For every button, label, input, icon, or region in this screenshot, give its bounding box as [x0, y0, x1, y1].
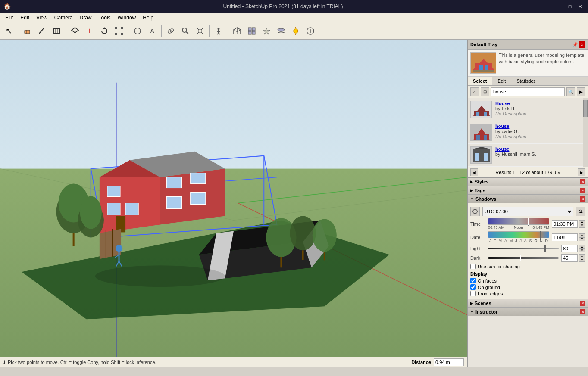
- shadows-close-button[interactable]: ✕: [580, 196, 585, 202]
- tab-statistics[interactable]: Statistics: [511, 77, 541, 85]
- instructor-section: ▼ Instructor ✕: [468, 308, 588, 316]
- svg-rect-4: [53, 29, 59, 33]
- tool-walkthrough[interactable]: [212, 24, 225, 38]
- tool-tape[interactable]: [131, 24, 144, 38]
- tool-layers[interactable]: [274, 24, 288, 38]
- distance-label: Distance: [411, 360, 431, 365]
- use-sun-checkbox[interactable]: [470, 264, 476, 269]
- light-slider-container: [488, 245, 559, 252]
- dark-down-button[interactable]: ▼: [579, 258, 585, 262]
- instructor-close-button[interactable]: ✕: [580, 309, 585, 314]
- shadows-header[interactable]: ▼ Shadows ✕: [468, 195, 588, 203]
- tags-section: ▶ Tags ✕: [468, 186, 588, 195]
- time-down-button[interactable]: ▼: [579, 224, 585, 228]
- prev-button[interactable]: ◀: [470, 168, 478, 176]
- svg-rect-119: [484, 153, 488, 161]
- 3d-viewport[interactable]: ℹ Pick two points to move. Ctrl = toggle…: [0, 40, 467, 367]
- date-slider[interactable]: [488, 231, 549, 238]
- tool-styles[interactable]: [260, 24, 273, 38]
- tool-entity-info[interactable]: i: [303, 24, 317, 38]
- styles-close-button[interactable]: ✕: [580, 179, 585, 184]
- item-desc-2: No Description: [495, 134, 526, 139]
- maximize-button[interactable]: □: [566, 2, 574, 11]
- tool-text[interactable]: A: [145, 24, 159, 38]
- list-item[interactable]: House by Eskil L. No Description: [468, 98, 583, 121]
- search-input[interactable]: [491, 87, 565, 96]
- date-input[interactable]: [552, 233, 578, 241]
- menu-tools[interactable]: Tools: [95, 14, 114, 22]
- menu-file[interactable]: File: [2, 14, 17, 22]
- item-name-2: house: [495, 124, 526, 129]
- from-edges-checkbox[interactable]: [470, 291, 476, 296]
- close-button[interactable]: ✕: [576, 2, 585, 11]
- tool-pencil[interactable]: [35, 24, 49, 38]
- tool-eraser[interactable]: [20, 24, 34, 38]
- list-scrollbar[interactable]: [583, 98, 588, 167]
- tool-zoomextents[interactable]: [193, 24, 207, 38]
- use-sun-row: Use sun for shading: [470, 264, 585, 269]
- category-icon-button[interactable]: ⊞: [481, 87, 489, 96]
- menu-camera[interactable]: Camera: [51, 14, 76, 22]
- tool-pushpull[interactable]: [68, 24, 82, 38]
- tool-select[interactable]: ↖: [2, 24, 16, 38]
- menu-draw[interactable]: Draw: [76, 14, 95, 22]
- tab-select[interactable]: Select: [468, 77, 492, 85]
- app-icon: 🏠: [3, 3, 11, 10]
- tool-rotate[interactable]: [97, 24, 111, 38]
- tool-zoom[interactable]: [178, 24, 192, 38]
- menu-edit[interactable]: Edit: [17, 14, 33, 22]
- scenes-header[interactable]: ▶ Scenes ✕: [468, 299, 588, 308]
- light-up-button[interactable]: ▲: [579, 245, 585, 249]
- tool-scale[interactable]: [112, 24, 126, 38]
- time-slider[interactable]: [488, 218, 549, 225]
- details-button[interactable]: ▶: [577, 87, 585, 96]
- pin-button[interactable]: 📌: [572, 41, 578, 48]
- next-button[interactable]: ▶: [578, 168, 585, 176]
- list-item[interactable]: house by callie G. No Description: [468, 121, 583, 144]
- tool-components[interactable]: [245, 24, 259, 38]
- light-down-button[interactable]: ▼: [579, 249, 585, 252]
- instructor-header[interactable]: ▼ Instructor ✕: [468, 308, 588, 316]
- tab-edit[interactable]: Edit: [492, 77, 511, 85]
- date-down-button[interactable]: ▼: [579, 237, 585, 241]
- status-message: Pick two points to move. Ctrl = toggle C…: [8, 360, 156, 365]
- tray-title: Default Tray: [470, 42, 497, 47]
- styles-header[interactable]: ▶ Styles ✕: [468, 178, 588, 186]
- light-slider[interactable]: [488, 248, 559, 249]
- menu-window[interactable]: Window: [114, 14, 140, 22]
- tags-header[interactable]: ▶ Tags ✕: [468, 186, 588, 195]
- tool-section[interactable]: [230, 24, 244, 38]
- svg-rect-5: [56, 29, 57, 33]
- minimize-button[interactable]: —: [555, 2, 564, 11]
- search-button[interactable]: 🔍: [566, 87, 575, 96]
- shadow-settings-button[interactable]: 🌤: [576, 207, 585, 216]
- time-row: Time 06:43 AM Noon 04:45 PM: [470, 218, 585, 230]
- dark-slider[interactable]: [488, 257, 559, 259]
- tool-move[interactable]: ✛: [83, 24, 97, 38]
- on-faces-checkbox[interactable]: [470, 278, 476, 283]
- home-icon-button[interactable]: ⌂: [470, 87, 479, 96]
- time-input[interactable]: [552, 220, 578, 228]
- menu-help[interactable]: Help: [139, 14, 157, 22]
- tool-shadow[interactable]: [289, 24, 303, 38]
- menu-view[interactable]: View: [33, 14, 51, 22]
- dark-up-button[interactable]: ▲: [579, 254, 585, 258]
- distance-input[interactable]: [434, 358, 464, 366]
- svg-rect-14: [121, 33, 123, 35]
- item-name-3: house: [495, 146, 536, 152]
- list-item[interactable]: house by Hussnil Imam S.: [468, 144, 583, 167]
- on-ground-checkbox[interactable]: [470, 284, 476, 290]
- styles-section: ▶ Styles ✕: [468, 177, 588, 186]
- window-controls: — □ ✕: [555, 2, 585, 11]
- tray-close-button[interactable]: ✕: [579, 41, 585, 48]
- tool-shape[interactable]: [50, 24, 63, 38]
- tags-close-button[interactable]: ✕: [580, 188, 585, 193]
- scenes-close-button[interactable]: ✕: [580, 301, 585, 306]
- light-input[interactable]: [561, 245, 578, 252]
- scrollbar-thumb[interactable]: [583, 100, 588, 117]
- component-description: This is a general user modeling template…: [499, 52, 585, 74]
- timezone-select[interactable]: UTC-07:00 UTC-08:00 UTC+00:00: [482, 207, 573, 216]
- dark-input[interactable]: [561, 254, 578, 262]
- item-author-3: by Hussnil Imam S.: [495, 152, 536, 157]
- tool-orbit[interactable]: [164, 24, 178, 38]
